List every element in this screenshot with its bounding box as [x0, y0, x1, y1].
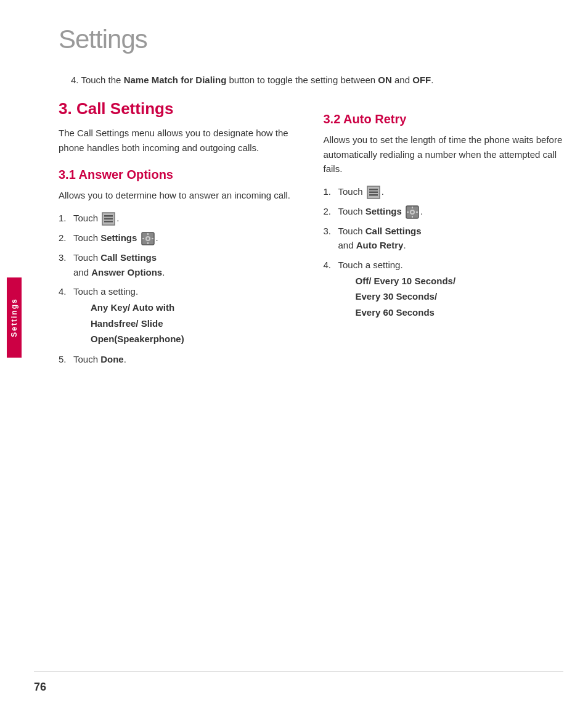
retry-options-values: Off/ Every 10 Seconds/ Every 30 Seconds/… — [356, 273, 564, 321]
main-content: Settings 4. Touch the Name Match for Dia… — [34, 0, 588, 408]
side-tab-wrapper: Settings — [7, 277, 22, 358]
page-title: Settings — [59, 25, 563, 54]
retry-step-1: 1. Touch . — [324, 184, 564, 199]
call-settings-heading: 3. Call Settings — [59, 99, 299, 118]
menu-icon-1 — [102, 212, 115, 226]
step-num-5: 5. — [59, 352, 71, 366]
svg-rect-7 — [147, 233, 149, 235]
retry-step-4: 4. Touch a setting. Off/ Every 10 Second… — [324, 258, 564, 321]
svg-rect-20 — [407, 211, 409, 213]
step-content-5: Touch Done. — [73, 352, 299, 366]
step-num-2: 2. — [59, 231, 71, 245]
svg-rect-3 — [104, 221, 113, 223]
svg-rect-10 — [152, 238, 153, 239]
two-column-layout: 3. Call Settings The Call Settings menu … — [59, 99, 563, 371]
settings-icon-2 — [406, 205, 419, 219]
step-num-1: 1. — [59, 211, 71, 225]
page-container: Settings Settings 4. Touch the Name Matc… — [0, 0, 588, 706]
intro-text-end: . — [431, 75, 433, 85]
step-content-4: Touch a setting. Any Key/ Auto with Hand… — [73, 284, 299, 347]
svg-point-17 — [411, 211, 414, 213]
step-content-2: Touch Settings — [73, 231, 299, 245]
answer-options-list: 1. Touch . — [59, 211, 299, 366]
retry-step2-bold: Settings — [365, 206, 402, 216]
call-settings-body: The Call Settings menu allows you to des… — [59, 126, 299, 155]
auto-retry-list: 1. Touch . — [324, 184, 564, 320]
answer-step-1: 1. Touch . — [59, 211, 299, 226]
svg-point-6 — [147, 237, 149, 240]
intro-step-num: 4. Touch the — [71, 75, 124, 85]
settings-icon-1 — [141, 232, 155, 245]
intro-bold1: Name Match for Dialing — [124, 75, 227, 85]
right-column: 3.2 Auto Retry Allows you to set the len… — [324, 99, 564, 371]
retry-step3-bold1: Call Settings — [365, 226, 422, 236]
svg-rect-1 — [104, 215, 113, 217]
side-tab: Settings — [7, 277, 22, 358]
answer-options-heading: 3.1 Answer Options — [59, 167, 299, 182]
svg-rect-19 — [412, 216, 413, 218]
auto-retry-body: Allows you to set the length of time the… — [324, 133, 564, 176]
answer-step-2: 2. Touch Settings — [59, 231, 299, 245]
svg-rect-8 — [147, 242, 149, 244]
step3-bold2: Answer Options — [91, 267, 162, 277]
intro-step: 4. Touch the Name Match for Dialing butt… — [59, 73, 563, 87]
intro-bold-on: ON — [378, 75, 392, 85]
retry-step3-bold2: Auto Retry — [356, 240, 404, 250]
menu-icon-2 — [367, 186, 380, 199]
retry-step-num-4: 4. — [324, 258, 336, 272]
intro-bold-off: OFF — [412, 75, 431, 85]
svg-rect-13 — [369, 192, 378, 194]
left-column: 3. Call Settings The Call Settings menu … — [59, 99, 299, 371]
step-num-4: 4. — [59, 284, 71, 298]
intro-text-and: and — [392, 75, 412, 85]
intro-para: 4. Touch the Name Match for Dialing butt… — [71, 73, 563, 87]
retry-step-num-3: 3. — [324, 224, 336, 238]
retry-step-num-1: 1. — [324, 184, 336, 199]
answer-options-body: Allows you to determine how to answer an… — [59, 188, 299, 202]
retry-content-1: Touch . — [338, 184, 564, 199]
retry-step-num-2: 2. — [324, 204, 336, 218]
answer-step-4: 4. Touch a setting. Any Key/ Auto with H… — [59, 284, 299, 347]
retry-step-2: 2. Touch Settings — [324, 204, 564, 219]
retry-content-2: Touch Settings — [338, 204, 564, 219]
svg-rect-14 — [369, 194, 378, 196]
page-number: 76 — [34, 681, 46, 694]
answer-step-5: 5. Touch Done. — [59, 352, 299, 366]
step-num-3: 3. — [59, 250, 71, 265]
svg-rect-9 — [142, 238, 144, 239]
retry-content-4: Touch a setting. Off/ Every 10 Seconds/ … — [338, 258, 564, 321]
step5-bold: Done — [100, 354, 124, 364]
svg-rect-18 — [412, 207, 413, 208]
intro-text-mid: button to toggle the setting between — [226, 75, 378, 85]
retry-content-3: Touch Call Settings and Auto Retry. — [338, 224, 564, 253]
svg-rect-2 — [104, 218, 113, 220]
svg-rect-12 — [369, 189, 378, 191]
bottom-divider — [34, 671, 563, 672]
step3-bold1: Call Settings — [100, 252, 157, 263]
answer-options-values: Any Key/ Auto with Handsfree/ Slide Open… — [91, 300, 299, 347]
step-content-3: Touch Call Settings and Answer Options. — [73, 250, 299, 279]
retry-step-3: 3. Touch Call Settings and Auto Retry. — [324, 224, 564, 253]
svg-rect-21 — [416, 211, 418, 213]
step2-bold: Settings — [100, 232, 137, 243]
step-content-1: Touch . — [73, 211, 299, 226]
auto-retry-heading: 3.2 Auto Retry — [324, 112, 564, 126]
answer-step-3: 3. Touch Call Settings and Answer Option… — [59, 250, 299, 279]
